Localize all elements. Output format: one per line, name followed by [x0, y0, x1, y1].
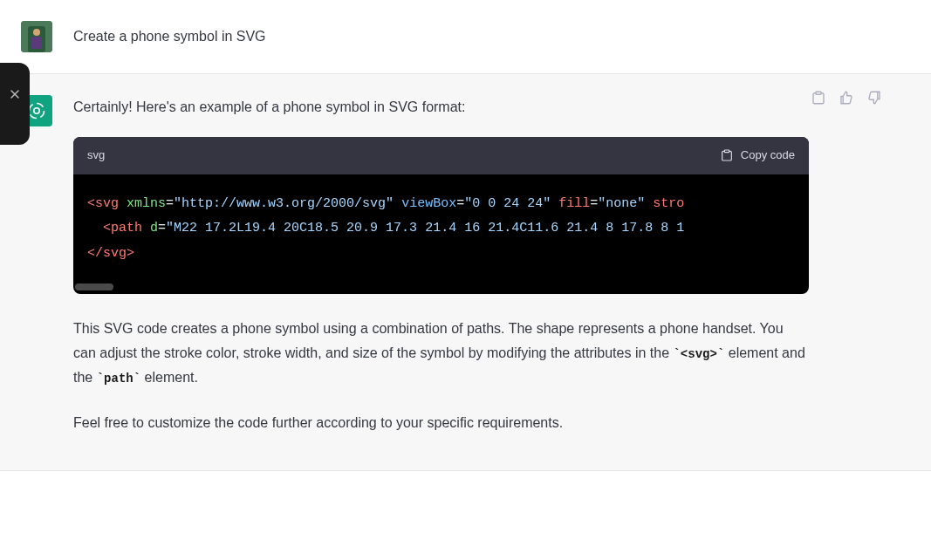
- svg-rect-8: [724, 150, 729, 153]
- clipboard-icon: [720, 148, 734, 162]
- close-icon: [8, 87, 22, 101]
- user-prompt: Create a phone symbol in SVG: [73, 21, 809, 52]
- user-avatar: [21, 21, 52, 52]
- inline-code-path: `path`: [97, 372, 140, 386]
- assistant-intro-text: Certainly! Here's an example of a phone …: [73, 95, 809, 120]
- svg-rect-5: [31, 37, 42, 49]
- code-line-2: <path d="M22 17.2L19.4 20C18.5 20.9 17.3…: [87, 216, 795, 242]
- copy-code-button[interactable]: Copy code: [720, 146, 795, 166]
- assistant-content: Certainly! Here's an example of a phone …: [73, 95, 809, 435]
- inline-code-svg: `<svg>`: [673, 347, 724, 361]
- svg-point-4: [33, 29, 40, 36]
- user-message-row: Create a phone symbol in SVG: [0, 0, 931, 73]
- clipboard-icon: [811, 90, 826, 106]
- feedback-toolbar: [811, 90, 882, 106]
- svg-rect-6: [816, 92, 821, 94]
- code-language-label: svg: [87, 146, 105, 166]
- code-block: svg Copy code <svg xmlns="http://www.w3.…: [73, 137, 809, 294]
- thumbs-up-button[interactable]: [839, 90, 854, 106]
- close-sidebar-tab[interactable]: [0, 63, 30, 145]
- thumbs-down-button[interactable]: [866, 90, 882, 106]
- assistant-closing: Feel free to customize the code further …: [73, 411, 809, 435]
- assistant-message-row: Certainly! Here's an example of a phone …: [0, 73, 931, 471]
- code-body[interactable]: <svg xmlns="http://www.w3.org/2000/svg" …: [73, 174, 809, 295]
- copy-response-button[interactable]: [811, 90, 826, 106]
- thumbs-up-icon: [839, 90, 854, 106]
- assistant-explanation: This SVG code creates a phone symbol usi…: [73, 317, 809, 390]
- svg-point-7: [34, 108, 39, 113]
- horizontal-scrollbar[interactable]: [75, 283, 113, 290]
- code-line-3: </svg>: [87, 242, 795, 267]
- code-line-1: <svg xmlns="http://www.w3.org/2000/svg" …: [87, 192, 795, 217]
- thumbs-down-icon: [866, 90, 882, 106]
- copy-code-label: Copy code: [741, 146, 795, 166]
- code-header: svg Copy code: [73, 137, 809, 174]
